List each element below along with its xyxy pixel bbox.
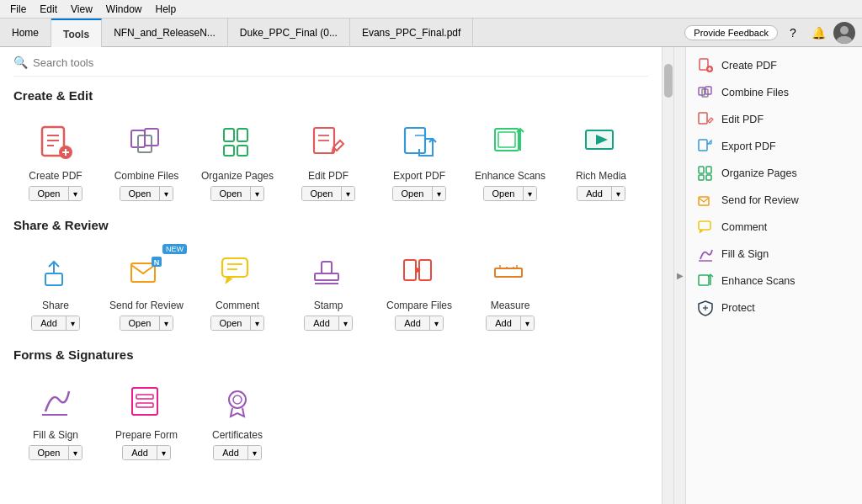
tool-card-compare-files[interactable]: Compare FilesAdd▾ (377, 242, 461, 336)
right-panel-item-combine-files[interactable]: Combine Files (686, 79, 862, 106)
right-panel-label: Organize Pages (721, 167, 797, 179)
tab-nfn[interactable]: NFN_and_ReleaseN... (102, 19, 228, 47)
panel-collapse-arrow[interactable]: ▶ (673, 47, 685, 504)
tool-open-button[interactable]: Open (120, 316, 161, 330)
avatar[interactable] (833, 22, 855, 44)
tool-dropdown-arrow[interactable]: ▾ (251, 316, 263, 330)
tool-card-fill-&-sign[interactable]: Fill & SignOpen▾ (13, 372, 98, 465)
tool-add-button[interactable]: Add (305, 316, 339, 330)
tool-dropdown-arrow[interactable]: ▾ (69, 446, 82, 459)
tool-card-comment[interactable]: CommentOpen▾ (195, 242, 279, 336)
tool-dropdown-arrow[interactable]: ▾ (342, 187, 354, 200)
tool-dropdown-arrow[interactable]: ▾ (612, 187, 625, 200)
svg-point-52 (233, 395, 242, 404)
tab-duke[interactable]: Duke_PPC_Final (0... (228, 19, 350, 47)
tool-dropdown-arrow[interactable]: ▾ (160, 187, 173, 200)
tool-dropdown-arrow[interactable]: ▾ (157, 446, 170, 459)
tool-add-button[interactable]: Add (32, 316, 67, 330)
tool-open-button[interactable]: Open (120, 187, 161, 200)
tool-card-rich-media[interactable]: Rich MediaAdd▾ (559, 113, 643, 206)
tab-evans[interactable]: Evans_PPC_Final.pdf (350, 19, 473, 47)
tool-card-certificates[interactable]: CertificatesAdd▾ (195, 372, 279, 465)
tab-home[interactable]: Home (0, 19, 51, 47)
tool-card-stamp[interactable]: StampAdd▾ (286, 242, 370, 336)
tool-dropdown-arrow[interactable]: ▾ (433, 187, 445, 200)
tool-dropdown-arrow[interactable]: ▾ (339, 316, 352, 330)
left-panel: 🔍 Create & EditCreate PDFOpen▾Combine Fi… (0, 47, 662, 504)
search-input[interactable] (33, 56, 648, 69)
svg-rect-39 (404, 260, 416, 280)
tool-card-edit-pdf[interactable]: Edit PDFOpen▾ (286, 113, 370, 206)
tool-name: Share (42, 300, 69, 311)
menu-view[interactable]: View (64, 0, 99, 19)
tool-card-send-for-review[interactable]: NEWNSend for ReviewOpen▾ (104, 242, 189, 336)
tools-grid: ShareAdd▾NEWNSend for ReviewOpen▾Comment… (13, 242, 648, 336)
right-panel-item-fill-&-sign[interactable]: Fill & Sign (686, 241, 862, 268)
tool-card-combine-files[interactable]: Combine FilesOpen▾ (104, 113, 189, 206)
tool-open-button[interactable]: Open (484, 187, 524, 200)
tool-card-create-pdf[interactable]: Create PDFOpen▾ (13, 113, 98, 206)
tool-add-button[interactable]: Add (487, 316, 521, 330)
svg-rect-67 (699, 197, 709, 205)
right-panel-item-protect[interactable]: Protect (686, 294, 862, 321)
menu-file[interactable]: File (3, 0, 33, 19)
right-panel-item-create-pdf[interactable]: Create PDF (686, 52, 862, 79)
tool-card-prepare-form[interactable]: Prepare FormAdd▾ (104, 372, 189, 465)
tool-add-button[interactable]: Add (214, 446, 248, 459)
tool-btn-row: Open▾ (120, 316, 174, 331)
right-panel-item-edit-pdf[interactable]: Edit PDF (686, 106, 862, 133)
provide-feedback-button[interactable]: Provide Feedback (684, 25, 778, 40)
svg-rect-48 (132, 388, 157, 415)
comment-icon (215, 249, 260, 294)
right-panel-item-comment[interactable]: Comment (686, 214, 862, 241)
tool-open-button[interactable]: Open (29, 187, 70, 200)
right-panel-label: Send for Review (721, 194, 799, 206)
notification-button[interactable]: 🔔 (808, 23, 828, 43)
tool-dropdown-arrow[interactable]: ▾ (69, 187, 82, 200)
tool-dropdown-arrow[interactable]: ▾ (251, 187, 263, 200)
tool-card-organize-pages[interactable]: Organize PagesOpen▾ (195, 113, 279, 206)
svg-rect-64 (706, 167, 711, 173)
comment-panel-icon (696, 218, 715, 236)
svg-rect-15 (237, 146, 247, 156)
tool-add-button[interactable]: Add (396, 316, 430, 330)
right-panel-item-send-for-review[interactable]: Send for Review (686, 187, 862, 214)
right-panel: Create PDFCombine FilesEdit PDFExport PD… (685, 47, 862, 504)
enhance-scans-icon (487, 119, 533, 165)
stamp-icon (306, 249, 351, 294)
tool-open-button[interactable]: Open (29, 446, 70, 459)
tool-open-button[interactable]: Open (302, 187, 343, 200)
tool-dropdown-arrow[interactable]: ▾ (524, 187, 536, 200)
tool-card-enhance-scans[interactable]: Enhance ScansOpen▾ (468, 113, 552, 206)
svg-rect-40 (419, 260, 431, 280)
svg-point-0 (840, 26, 849, 34)
tool-dropdown-arrow[interactable]: ▾ (160, 316, 173, 330)
tab-tools[interactable]: Tools (51, 19, 102, 47)
tool-dropdown-arrow[interactable]: ▾ (521, 316, 534, 330)
tool-open-button[interactable]: Open (211, 316, 252, 330)
tool-add-button[interactable]: Add (577, 187, 612, 200)
svg-rect-33 (222, 258, 247, 277)
right-panel-item-organize-pages[interactable]: Organize Pages (686, 160, 862, 187)
right-panel-item-export-pdf[interactable]: Export PDF (686, 133, 862, 160)
tool-dropdown-arrow[interactable]: ▾ (67, 316, 79, 330)
tool-name: Rich Media (576, 170, 626, 182)
right-panel-item-enhance-scans[interactable]: Enhance Scans (686, 268, 862, 294)
help-button[interactable]: ? (783, 23, 803, 43)
tool-btn-row: Add▾ (395, 316, 444, 331)
menu-help[interactable]: Help (149, 0, 184, 19)
tool-card-measure[interactable]: MeasureAdd▾ (468, 242, 552, 336)
menu-edit[interactable]: Edit (33, 0, 64, 19)
tool-open-button[interactable]: Open (211, 187, 252, 200)
scroll-thumb[interactable] (664, 64, 673, 98)
tool-dropdown-arrow[interactable]: ▾ (430, 316, 443, 330)
tool-add-button[interactable]: Add (123, 446, 157, 459)
menu-window[interactable]: Window (99, 0, 149, 19)
tool-dropdown-arrow[interactable]: ▾ (248, 446, 261, 459)
tool-card-share[interactable]: ShareAdd▾ (13, 242, 98, 336)
section-title: Share & Review (13, 218, 648, 232)
tool-card-export-pdf[interactable]: Export PDFOpen▾ (377, 113, 461, 206)
section-share-review: Share & ReviewShareAdd▾NEWNSend for Revi… (13, 218, 648, 336)
tool-open-button[interactable]: Open (393, 187, 434, 200)
scrollbar[interactable] (662, 47, 673, 504)
